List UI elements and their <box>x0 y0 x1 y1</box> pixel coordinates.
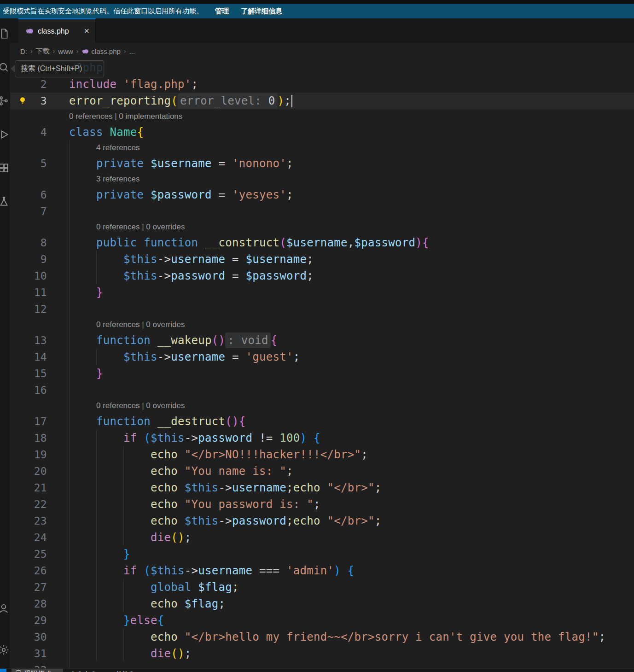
code-line[interactable]: 29 }else{ <box>10 612 634 629</box>
code-line-content: } <box>69 365 103 382</box>
code-line-content: echo $this->password;echo "</br>"; <box>69 513 382 529</box>
breadcrumb-item-[interactable]: 下载 <box>36 47 50 56</box>
code-line[interactable]: 6 private $password = 'yesyes'; <box>10 187 634 203</box>
code-line[interactable]: 24 die(); <box>10 529 634 546</box>
testing-icon[interactable] <box>0 196 10 208</box>
code-token: __wakeup <box>157 334 212 347</box>
line-number: 13 <box>10 332 47 349</box>
codelens-row[interactable]: 0 references | 0 overrides <box>10 317 634 332</box>
line-number: 22 <box>10 496 47 513</box>
code-token: () <box>212 334 226 347</box>
code-line[interactable]: 22 echo "You password is: "; <box>10 496 634 513</box>
code-token: ; <box>286 465 293 478</box>
indent-guide <box>69 220 70 234</box>
code-line[interactable]: 28 echo $flag; <box>10 596 634 612</box>
codelens-row[interactable]: 0 references | 0 implementations <box>10 109 634 124</box>
status-ports[interactable]: ((•)) 0 <box>116 670 134 672</box>
code-line[interactable]: 5 private $username = 'nonono'; <box>10 155 634 172</box>
code-token <box>178 514 185 527</box>
line-number: 20 <box>10 463 47 479</box>
code-token <box>69 564 123 577</box>
code-line[interactable]: 31 die(); <box>10 645 634 662</box>
code-token <box>103 126 110 139</box>
code-line[interactable]: 12 <box>10 301 634 317</box>
code-line[interactable]: 26 if ($this->username === 'admin') { <box>10 562 634 579</box>
line-number: 7 <box>10 203 47 220</box>
editor-code-area[interactable]: 1<?php2include 'flag.php';3error_reporti… <box>10 59 634 668</box>
code-token: echo <box>151 597 178 610</box>
code-line[interactable]: 21 echo $this->username;echo "</br>"; <box>10 479 634 496</box>
codelens-link[interactable]: 0 references | 0 overrides <box>96 220 185 234</box>
code-line[interactable]: 27 global $flag; <box>10 579 634 596</box>
code-line[interactable]: 18 if ($this->password != 100) { <box>10 430 634 446</box>
status-bar: 受限模式 ⊘ 0 ⚠ 0 ((•)) 0 <box>0 668 634 672</box>
code-line[interactable]: 19 echo "</br>NO!!!hacker!!!</br>"; <box>10 446 634 463</box>
status-problems[interactable]: ⊘ 0 ⚠ 0 <box>70 670 95 672</box>
codelens-row[interactable]: 4 references <box>10 140 634 155</box>
code-token: ; <box>286 188 293 201</box>
code-token: != <box>252 432 279 444</box>
indent-guide <box>69 382 70 398</box>
code-token: : void <box>225 333 271 348</box>
code-line[interactable]: 32 <box>10 662 634 668</box>
breadcrumb-item-[interactable]: ... <box>129 47 135 55</box>
tab-close-icon[interactable]: ✕ <box>84 27 90 35</box>
code-token: __destruct <box>157 415 226 428</box>
explorer-icon[interactable] <box>0 28 10 40</box>
search-tooltip: 搜索 (Ctrl+Shift+P) <box>15 60 104 77</box>
extensions-icon[interactable] <box>0 162 10 174</box>
code-line[interactable]: 13 function __wakeup(): void{ <box>10 332 634 349</box>
code-token: $this <box>151 432 185 444</box>
code-line-content: include 'flag.php'; <box>69 76 198 93</box>
manage-link[interactable]: 管理 <box>215 7 229 16</box>
breadcrumb-item-D[interactable]: D: <box>20 47 27 55</box>
code-line[interactable]: 10 $this->password = $password; <box>10 268 634 284</box>
code-line[interactable]: 14 $this->username = 'guest'; <box>10 349 634 365</box>
learn-more-link[interactable]: 了解详细信息 <box>241 7 282 16</box>
code-line[interactable]: 4class Name{ <box>10 124 634 140</box>
code-line[interactable]: 16 <box>10 382 634 398</box>
code-token: include <box>69 78 116 91</box>
code-line[interactable]: 11 } <box>10 284 634 301</box>
code-line[interactable]: 2include 'flag.php'; <box>10 76 634 93</box>
settings-icon[interactable] <box>0 644 10 656</box>
codelens-link[interactable]: 0 references | 0 implementations <box>69 109 182 124</box>
code-token <box>137 564 144 577</box>
code-token: public <box>96 236 137 249</box>
code-line[interactable]: 17 function __destruct(){ <box>10 413 634 430</box>
codelens-link[interactable]: 0 references | 0 overrides <box>96 317 185 332</box>
codelens-link[interactable]: 3 references <box>96 172 140 187</box>
code-token <box>198 236 205 249</box>
breadcrumb-label: ... <box>129 47 135 55</box>
search-icon[interactable] <box>0 61 10 73</box>
breadcrumb-item-www[interactable]: www <box>58 47 73 55</box>
code-line[interactable]: 8 public function __construct($username,… <box>10 234 634 251</box>
code-line[interactable]: 30 echo "</br>hello my friend~~</br>sorr… <box>10 629 634 645</box>
breadcrumb-item-classphp[interactable]: class.php <box>82 47 121 55</box>
code-line[interactable]: 23 echo $this->password;echo "</br>"; <box>10 513 634 529</box>
status-restricted-mode[interactable]: 受限模式 <box>12 669 63 672</box>
code-line[interactable]: 3error_reporting(error_level: 0); <box>10 93 634 109</box>
code-line[interactable]: 25 } <box>10 546 634 562</box>
code-line-content: echo "</br>NO!!!hacker!!!</br>"; <box>69 446 368 463</box>
codelens-link[interactable]: 4 references <box>96 140 140 155</box>
code-token: $password <box>355 236 416 249</box>
code-token: $this <box>151 564 185 577</box>
code-line[interactable]: 9 $this->username = $username; <box>10 251 634 268</box>
code-token: 100 <box>279 432 300 444</box>
account-icon[interactable] <box>0 602 10 614</box>
remote-indicator[interactable] <box>0 669 6 672</box>
codelens-link[interactable]: 0 references | 0 overrides <box>96 398 185 413</box>
codelens-row[interactable]: 0 references | 0 overrides <box>10 220 634 234</box>
code-token: ) <box>415 236 422 249</box>
codelens-row[interactable]: 0 references | 0 overrides <box>10 398 634 413</box>
code-line[interactable]: 15 } <box>10 365 634 382</box>
run-debug-icon[interactable] <box>0 129 10 140</box>
tab-class-php[interactable]: class.php ✕ <box>18 18 96 43</box>
codelens-row[interactable]: 3 references <box>10 172 634 187</box>
source-control-icon[interactable] <box>0 95 10 107</box>
code-token: ; <box>307 253 314 266</box>
code-token <box>151 334 157 347</box>
code-line[interactable]: 7 <box>10 203 634 220</box>
code-line[interactable]: 20 echo "You name is: "; <box>10 463 634 479</box>
